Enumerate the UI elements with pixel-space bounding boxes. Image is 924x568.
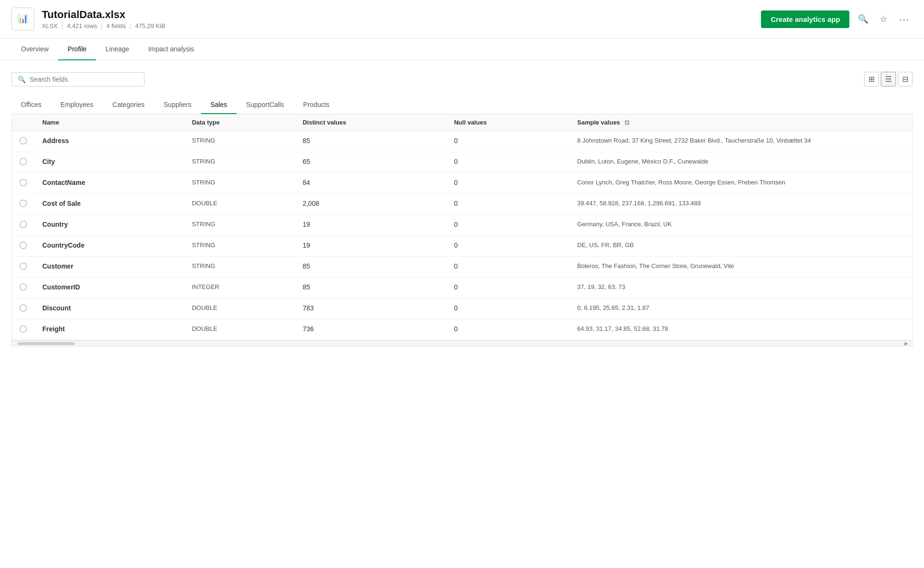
row-distinct-4: 19 [295, 215, 447, 236]
col-name: Name [35, 114, 184, 131]
file-icon: 📊 [11, 8, 34, 30]
grid-view-button[interactable]: ⊞ [864, 72, 879, 87]
row-null-8: 0 [446, 298, 569, 319]
row-select-1[interactable] [12, 152, 35, 173]
search-box[interactable]: 🔍 [11, 72, 144, 87]
row-null-2: 0 [446, 173, 569, 194]
sample-values-expand-icon[interactable]: ⊡ [625, 119, 629, 126]
toolbar: 🔍 ⊞ ☰ ⊟ [11, 72, 913, 87]
radio-9[interactable] [19, 325, 27, 333]
data-table-wrapper: Name Data type Distinct values Null valu… [11, 114, 913, 347]
row-sample-9: 64.93, 31.17, 34.85, 52.68, 31.78 [569, 319, 912, 340]
row-distinct-2: 84 [295, 173, 447, 194]
radio-4[interactable] [19, 221, 27, 228]
row-datatype-7: INTEGER [184, 278, 295, 298]
more-options-button[interactable]: ··· [896, 12, 913, 27]
col-select [12, 114, 35, 131]
row-distinct-5: 19 [295, 236, 447, 257]
row-datatype-9: DOUBLE [184, 319, 295, 340]
search-input[interactable] [29, 76, 138, 83]
create-analytics-app-button[interactable]: Create analytics app [761, 10, 849, 28]
scroll-right-arrow[interactable]: ▶ [905, 341, 908, 346]
filter-tab-supportcalls[interactable]: SupportCalls [237, 96, 294, 114]
row-name-9: Freight [35, 319, 184, 340]
star-button[interactable]: ☆ [877, 12, 890, 26]
filter-tab-sales[interactable]: Sales [201, 96, 237, 114]
table-view-button[interactable]: ⊟ [898, 72, 913, 87]
row-null-7: 0 [446, 278, 569, 298]
radio-6[interactable] [19, 262, 27, 270]
tab-lineage[interactable]: Lineage [96, 39, 139, 60]
search-button[interactable]: 🔍 [855, 12, 871, 26]
row-distinct-3: 2,008 [295, 194, 447, 215]
file-size: 475.29 KiB [135, 22, 165, 29]
row-distinct-8: 783 [295, 298, 447, 319]
table-header-row: Name Data type Distinct values Null valu… [12, 114, 912, 131]
filter-tab-suppliers[interactable]: Suppliers [154, 96, 201, 114]
row-datatype-4: STRING [184, 215, 295, 236]
row-select-6[interactable] [12, 257, 35, 278]
table-row: City STRING 65 0 Dublin, Luton, Eugene, … [12, 152, 912, 173]
search-icon: 🔍 [18, 76, 26, 83]
row-sample-6: Boleros, The Fashion, The Corner Store, … [569, 257, 912, 278]
filter-tab-products[interactable]: Products [294, 96, 339, 114]
row-select-5[interactable] [12, 236, 35, 257]
header-actions: Create analytics app 🔍 ☆ ··· [761, 10, 913, 28]
row-name-1: City [35, 152, 184, 173]
row-name-8: Discount [35, 298, 184, 319]
file-format: XLSX [42, 22, 58, 29]
radio-3[interactable] [19, 200, 27, 207]
table-row: Cost of Sale DOUBLE 2,008 0 39.447, 58.9… [12, 194, 912, 215]
row-select-0[interactable] [12, 131, 35, 152]
row-select-3[interactable] [12, 194, 35, 215]
list-view-icon: ☰ [885, 75, 892, 83]
row-sample-8: 0, 6.195, 25.65, 2.31, 1.87 [569, 298, 912, 319]
row-sample-7: 37, 19, 32, 63, 73 [569, 278, 912, 298]
tab-overview[interactable]: Overview [11, 39, 58, 60]
tab-impact-analysis[interactable]: Impact analysis [139, 39, 203, 60]
row-select-7[interactable] [12, 278, 35, 298]
row-sample-2: Conor Lynch, Greg Thatcher, Ross Moore, … [569, 173, 912, 194]
row-sample-1: Dublin, Luton, Eugene, México D.F., Cune… [569, 152, 912, 173]
row-datatype-2: STRING [184, 173, 295, 194]
search-icon: 🔍 [858, 14, 868, 24]
row-distinct-9: 736 [295, 319, 447, 340]
content-area: 🔍 ⊞ ☰ ⊟ Offices Employees Categories Sup… [0, 60, 924, 358]
radio-5[interactable] [19, 241, 27, 249]
row-null-0: 0 [446, 131, 569, 152]
row-select-4[interactable] [12, 215, 35, 236]
table-row: Address STRING 85 0 8 Johnstown Road, 37… [12, 131, 912, 152]
filter-tab-offices[interactable]: Offices [11, 96, 51, 114]
row-null-6: 0 [446, 257, 569, 278]
row-select-2[interactable] [12, 173, 35, 194]
row-datatype-3: DOUBLE [184, 194, 295, 215]
filter-tab-employees[interactable]: Employees [51, 96, 103, 114]
list-view-button[interactable]: ☰ [881, 72, 896, 87]
file-info: TutorialData.xlsx XLSX | 4,421 rows | 4 … [42, 9, 761, 29]
scrollbar-thumb[interactable] [18, 342, 75, 345]
radio-7[interactable] [19, 283, 27, 291]
radio-8[interactable] [19, 304, 27, 312]
horizontal-scrollbar[interactable]: ▶ [12, 340, 912, 346]
tab-profile[interactable]: Profile [58, 39, 96, 60]
star-icon: ☆ [880, 14, 887, 24]
row-name-0: Address [35, 131, 184, 152]
data-table: Name Data type Distinct values Null valu… [12, 114, 912, 340]
radio-0[interactable] [19, 137, 27, 144]
row-select-9[interactable] [12, 319, 35, 340]
file-title: TutorialData.xlsx [42, 9, 761, 21]
filter-tab-categories[interactable]: Categories [103, 96, 154, 114]
grid-view-icon: ⊞ [868, 75, 875, 83]
row-select-8[interactable] [12, 298, 35, 319]
table-row: Customer STRING 85 0 Boleros, The Fashio… [12, 257, 912, 278]
row-sample-0: 8 Johnstown Road, 37 King Street, 2732 B… [569, 131, 912, 152]
row-name-6: Customer [35, 257, 184, 278]
radio-1[interactable] [19, 158, 27, 165]
file-rows: 4,421 rows [67, 22, 97, 29]
table-view-icon: ⊟ [902, 75, 908, 83]
row-datatype-0: STRING [184, 131, 295, 152]
row-distinct-1: 65 [295, 152, 447, 173]
more-icon: ··· [899, 14, 910, 24]
file-meta: XLSX | 4,421 rows | 4 fields | 475.29 Ki… [42, 22, 761, 29]
radio-2[interactable] [19, 179, 27, 186]
